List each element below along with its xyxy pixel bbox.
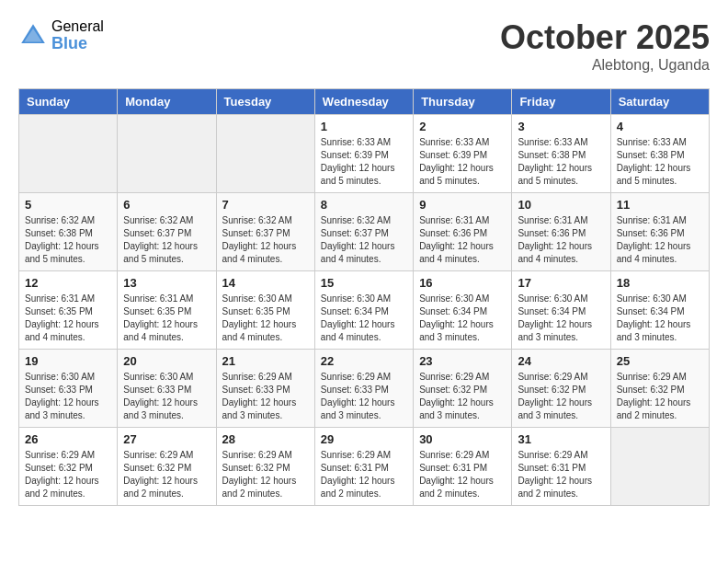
day-info: Sunrise: 6:29 AM Sunset: 6:32 PM Dayligh… — [419, 371, 506, 422]
column-header-friday: Friday — [512, 89, 610, 115]
day-info: Sunrise: 6:30 AM Sunset: 6:34 PM Dayligh… — [518, 293, 604, 344]
day-info: Sunrise: 6:30 AM Sunset: 6:34 PM Dayligh… — [617, 293, 703, 344]
day-info: Sunrise: 6:33 AM Sunset: 6:39 PM Dayligh… — [321, 136, 407, 188]
calendar-cell — [216, 115, 314, 193]
day-info: Sunrise: 6:33 AM Sunset: 6:39 PM Dayligh… — [419, 136, 506, 188]
day-info: Sunrise: 6:30 AM Sunset: 6:33 PM Dayligh… — [123, 371, 210, 422]
column-header-thursday: Thursday — [414, 89, 512, 115]
day-info: Sunrise: 6:29 AM Sunset: 6:33 PM Dayligh… — [222, 371, 309, 422]
day-number: 2 — [419, 120, 506, 133]
day-info: Sunrise: 6:31 AM Sunset: 6:36 PM Dayligh… — [518, 214, 604, 266]
day-number: 9 — [419, 198, 506, 212]
day-number: 22 — [321, 354, 407, 368]
calendar-week-1: 1Sunrise: 6:33 AM Sunset: 6:39 PM Daylig… — [19, 115, 710, 193]
day-number: 21 — [222, 354, 309, 368]
calendar-cell: 25Sunrise: 6:29 AM Sunset: 6:32 PM Dayli… — [610, 350, 709, 428]
day-number: 25 — [617, 354, 703, 368]
day-info: Sunrise: 6:31 AM Sunset: 6:36 PM Dayligh… — [617, 214, 703, 266]
day-number: 7 — [222, 198, 309, 212]
day-number: 19 — [25, 354, 111, 368]
calendar-cell: 14Sunrise: 6:30 AM Sunset: 6:35 PM Dayli… — [216, 271, 314, 350]
day-number: 20 — [123, 354, 210, 368]
calendar-cell: 5Sunrise: 6:32 AM Sunset: 6:38 PM Daylig… — [19, 193, 118, 271]
day-number: 1 — [321, 120, 407, 133]
day-info: Sunrise: 6:29 AM Sunset: 6:32 PM Dayligh… — [25, 449, 111, 500]
day-info: Sunrise: 6:30 AM Sunset: 6:35 PM Dayligh… — [222, 293, 309, 344]
calendar-cell: 31Sunrise: 6:29 AM Sunset: 6:31 PM Dayli… — [512, 428, 610, 506]
day-info: Sunrise: 6:30 AM Sunset: 6:34 PM Dayligh… — [321, 293, 407, 344]
day-number: 28 — [222, 432, 309, 446]
day-info: Sunrise: 6:30 AM Sunset: 6:34 PM Dayligh… — [419, 293, 506, 344]
calendar-cell: 12Sunrise: 6:31 AM Sunset: 6:35 PM Dayli… — [19, 271, 118, 350]
day-number: 10 — [518, 198, 604, 212]
day-info: Sunrise: 6:32 AM Sunset: 6:37 PM Dayligh… — [321, 214, 407, 266]
column-header-monday: Monday — [118, 89, 216, 115]
day-info: Sunrise: 6:31 AM Sunset: 6:35 PM Dayligh… — [25, 293, 111, 344]
calendar-cell: 16Sunrise: 6:30 AM Sunset: 6:34 PM Dayli… — [414, 271, 512, 350]
calendar-cell: 10Sunrise: 6:31 AM Sunset: 6:36 PM Dayli… — [512, 193, 610, 271]
day-number: 17 — [518, 276, 604, 290]
day-info: Sunrise: 6:32 AM Sunset: 6:38 PM Dayligh… — [25, 214, 111, 266]
calendar-cell — [19, 115, 118, 193]
day-number: 8 — [321, 198, 407, 212]
calendar-cell: 29Sunrise: 6:29 AM Sunset: 6:31 PM Dayli… — [314, 428, 413, 506]
day-info: Sunrise: 6:29 AM Sunset: 6:32 PM Dayligh… — [518, 371, 604, 422]
month-title: October 2025 — [500, 18, 710, 57]
day-info: Sunrise: 6:31 AM Sunset: 6:35 PM Dayligh… — [123, 293, 210, 344]
logo-general: General — [51, 18, 104, 35]
calendar-cell: 11Sunrise: 6:31 AM Sunset: 6:36 PM Dayli… — [610, 193, 709, 271]
day-info: Sunrise: 6:30 AM Sunset: 6:33 PM Dayligh… — [25, 371, 111, 422]
calendar-cell: 26Sunrise: 6:29 AM Sunset: 6:32 PM Dayli… — [19, 428, 118, 506]
logo: General Blue — [18, 18, 104, 52]
day-number: 31 — [518, 432, 604, 446]
day-number: 11 — [617, 198, 703, 212]
calendar-cell — [118, 115, 216, 193]
day-info: Sunrise: 6:29 AM Sunset: 6:31 PM Dayligh… — [518, 449, 604, 500]
day-number: 23 — [419, 354, 506, 368]
column-header-saturday: Saturday — [610, 89, 709, 115]
day-info: Sunrise: 6:29 AM Sunset: 6:32 PM Dayligh… — [617, 371, 703, 422]
calendar-cell: 27Sunrise: 6:29 AM Sunset: 6:32 PM Dayli… — [118, 428, 216, 506]
day-info: Sunrise: 6:33 AM Sunset: 6:38 PM Dayligh… — [518, 136, 604, 188]
day-info: Sunrise: 6:31 AM Sunset: 6:36 PM Dayligh… — [419, 214, 506, 266]
day-number: 30 — [419, 432, 506, 446]
day-number: 24 — [518, 354, 604, 368]
calendar-cell: 19Sunrise: 6:30 AM Sunset: 6:33 PM Dayli… — [19, 350, 118, 428]
calendar-cell: 20Sunrise: 6:30 AM Sunset: 6:33 PM Dayli… — [118, 350, 216, 428]
column-header-tuesday: Tuesday — [216, 89, 314, 115]
title-block: October 2025 Alebtong, Uganda — [500, 18, 710, 74]
day-number: 6 — [123, 198, 210, 212]
day-number: 18 — [617, 276, 703, 290]
calendar-cell: 8Sunrise: 6:32 AM Sunset: 6:37 PM Daylig… — [314, 193, 413, 271]
calendar-cell: 2Sunrise: 6:33 AM Sunset: 6:39 PM Daylig… — [414, 115, 512, 193]
calendar-cell: 15Sunrise: 6:30 AM Sunset: 6:34 PM Dayli… — [314, 271, 413, 350]
column-header-sunday: Sunday — [19, 89, 118, 115]
calendar-body: 1Sunrise: 6:33 AM Sunset: 6:39 PM Daylig… — [19, 115, 710, 506]
calendar-cell: 9Sunrise: 6:31 AM Sunset: 6:36 PM Daylig… — [414, 193, 512, 271]
calendar-table: SundayMondayTuesdayWednesdayThursdayFrid… — [18, 88, 710, 506]
calendar-cell: 17Sunrise: 6:30 AM Sunset: 6:34 PM Dayli… — [512, 271, 610, 350]
day-number: 15 — [321, 276, 407, 290]
calendar-week-4: 19Sunrise: 6:30 AM Sunset: 6:33 PM Dayli… — [19, 350, 710, 428]
day-number: 14 — [222, 276, 309, 290]
day-number: 5 — [25, 198, 111, 212]
day-number: 26 — [25, 432, 111, 446]
day-number: 3 — [518, 120, 604, 133]
day-number: 16 — [419, 276, 506, 290]
day-info: Sunrise: 6:29 AM Sunset: 6:32 PM Dayligh… — [222, 449, 309, 500]
calendar-cell — [610, 428, 709, 506]
calendar-cell: 30Sunrise: 6:29 AM Sunset: 6:31 PM Dayli… — [414, 428, 512, 506]
day-number: 27 — [123, 432, 210, 446]
day-info: Sunrise: 6:29 AM Sunset: 6:31 PM Dayligh… — [419, 449, 506, 500]
calendar-cell: 21Sunrise: 6:29 AM Sunset: 6:33 PM Dayli… — [216, 350, 314, 428]
logo-text: General Blue — [51, 18, 104, 52]
calendar-cell: 18Sunrise: 6:30 AM Sunset: 6:34 PM Dayli… — [610, 271, 709, 350]
day-info: Sunrise: 6:29 AM Sunset: 6:32 PM Dayligh… — [123, 449, 210, 500]
page-header: General Blue October 2025 Alebtong, Ugan… — [18, 18, 710, 74]
day-info: Sunrise: 6:33 AM Sunset: 6:38 PM Dayligh… — [617, 136, 703, 188]
calendar-week-5: 26Sunrise: 6:29 AM Sunset: 6:32 PM Dayli… — [19, 428, 710, 506]
calendar-cell: 13Sunrise: 6:31 AM Sunset: 6:35 PM Dayli… — [118, 271, 216, 350]
day-info: Sunrise: 6:29 AM Sunset: 6:33 PM Dayligh… — [321, 371, 407, 422]
calendar-cell: 22Sunrise: 6:29 AM Sunset: 6:33 PM Dayli… — [314, 350, 413, 428]
day-info: Sunrise: 6:29 AM Sunset: 6:31 PM Dayligh… — [321, 449, 407, 500]
